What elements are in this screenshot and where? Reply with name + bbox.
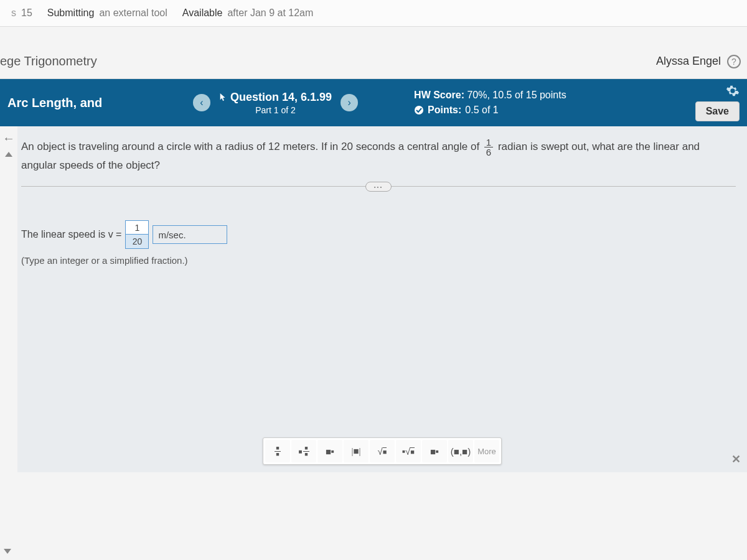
back-button[interactable]: ← <box>0 129 17 148</box>
check-icon <box>414 105 424 115</box>
points-partial: s <box>11 7 16 19</box>
submitting-value: an external tool <box>99 7 167 19</box>
question-text-part1: An object is traveling around a circle w… <box>21 141 482 152</box>
available-label: Available <box>182 7 223 19</box>
scroll-up-button[interactable] <box>5 152 12 157</box>
mixed-fraction-tool[interactable]: ■■■ <box>291 440 316 462</box>
left-rail: ← <box>0 126 17 472</box>
sqrt-tool[interactable]: √■ <box>370 440 395 462</box>
close-button[interactable]: ✕ <box>731 452 741 466</box>
question-header-bar: Arc Length, and ‹ Question 14, 6.1.99 Pa… <box>0 79 747 126</box>
question-number: Question 14, 6.1.99 <box>230 91 332 104</box>
scroll-down-button[interactable] <box>4 549 11 554</box>
svg-point-0 <box>415 106 423 114</box>
question-part: Part 1 of 2 <box>219 105 332 115</box>
save-button[interactable]: Save <box>695 101 740 121</box>
points-label: Points: <box>428 103 461 118</box>
cursor-icon <box>219 93 228 101</box>
answer-label: The linear speed is v = <box>21 229 121 240</box>
ordered-pair-tool[interactable]: (■,■) <box>448 440 473 462</box>
absolute-value-tool[interactable]: |■| <box>344 440 369 462</box>
answer-hint: (Type an integer or a simplified fractio… <box>21 255 736 266</box>
unit-input[interactable]: m/sec. <box>153 225 227 244</box>
hw-score-label: HW Score: <box>414 90 464 100</box>
next-question-button[interactable]: › <box>341 94 358 111</box>
answer-fraction-input[interactable]: 1 20 <box>125 220 149 249</box>
points-value: 15 <box>21 7 32 19</box>
math-toolbar: ■■ ■■■ ■■ |■| √■ ■√■ ■■ (■,■) More <box>263 437 502 465</box>
gear-icon[interactable] <box>726 84 740 98</box>
section-title: Arc Length, and <box>6 96 193 110</box>
course-header: ege Trigonometry Alyssa Engel ? <box>0 27 747 79</box>
expand-button[interactable]: ••• <box>365 182 392 192</box>
points-value: 0.5 of 1 <box>465 103 498 118</box>
available-value: after Jan 9 at 12am <box>227 7 313 19</box>
question-panel: An object is traveling around a circle w… <box>17 126 747 472</box>
submitting-label: Submitting <box>47 7 95 19</box>
answer-denominator[interactable]: 20 <box>126 235 148 248</box>
hw-score-value: 70%, 10.5 of 15 points <box>467 90 566 100</box>
question-text: An object is traveling around a circle w… <box>21 138 736 174</box>
prev-question-button[interactable]: ‹ <box>193 94 210 111</box>
user-name: Alyssa Engel <box>656 55 721 68</box>
fraction-tool[interactable]: ■■ <box>265 440 290 462</box>
nth-root-tool[interactable]: ■√■ <box>396 440 421 462</box>
course-title: ege Trigonometry <box>0 54 97 68</box>
assignment-info-bar: s 15 Submitting an external tool Availab… <box>0 0 747 27</box>
subscript-tool[interactable]: ■■ <box>422 440 447 462</box>
more-tools-button[interactable]: More <box>474 440 499 462</box>
exponent-tool[interactable]: ■■ <box>317 440 342 462</box>
answer-numerator[interactable]: 1 <box>126 221 148 235</box>
question-fraction: 1 6 <box>484 138 493 157</box>
help-icon[interactable]: ? <box>727 55 741 68</box>
